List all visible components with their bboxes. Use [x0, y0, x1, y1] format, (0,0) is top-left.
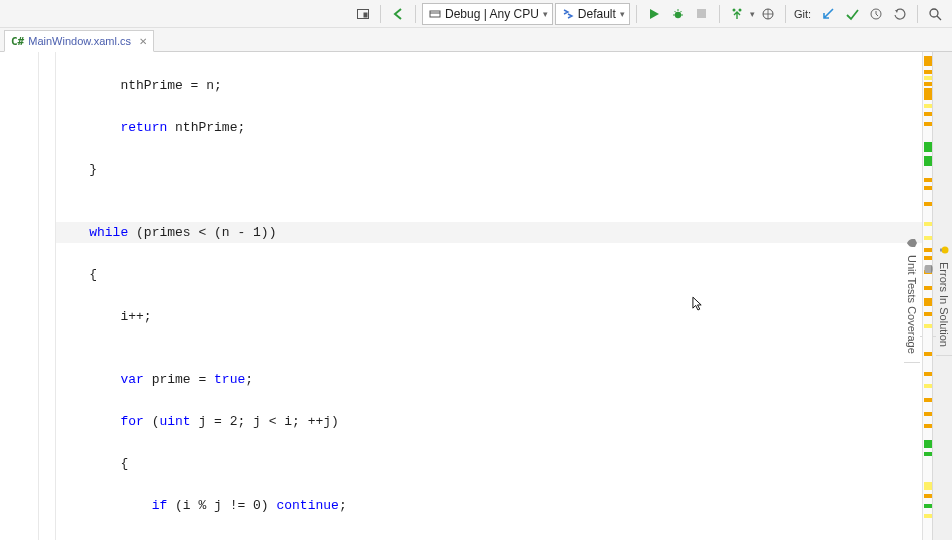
undo-reload-icon[interactable] — [387, 3, 409, 25]
close-icon[interactable]: ✕ — [139, 36, 147, 47]
runner-label: Default — [578, 7, 616, 21]
build-config-combo[interactable]: Debug | Any CPU ▾ — [422, 3, 553, 25]
svg-rect-18 — [940, 249, 942, 252]
build-config-label: Debug | Any CPU — [445, 7, 539, 21]
git-history-icon[interactable] — [865, 3, 887, 25]
svg-rect-1 — [364, 12, 368, 17]
pane-errors-label: Errors In Solution — [938, 262, 950, 347]
svg-line-16 — [937, 16, 941, 20]
toolbar: Debug | Any CPU ▾ Default ▾ ▾ Git: — [0, 0, 952, 28]
svg-point-11 — [732, 8, 735, 11]
svg-rect-10 — [697, 9, 706, 18]
git-revert-icon[interactable] — [889, 3, 911, 25]
svg-point-17 — [942, 247, 949, 254]
run-icon[interactable] — [643, 3, 665, 25]
svg-point-4 — [675, 11, 681, 17]
tab-mainwindow[interactable]: C# MainWindow.xaml.cs ✕ — [4, 30, 154, 52]
separator — [719, 5, 720, 23]
tool-tabs: Errors In Solution Database Unit Tests C… — [932, 52, 952, 540]
csharp-badge: C# — [11, 35, 24, 48]
svg-line-8 — [674, 11, 676, 13]
layout-icon[interactable] — [352, 3, 374, 25]
code-editor[interactable]: nthPrime = n; return nthPrime; } while (… — [56, 52, 922, 540]
build-icon[interactable] — [726, 3, 748, 25]
chevron-down-icon: ▾ — [620, 9, 625, 19]
separator — [636, 5, 637, 23]
tab-filename: MainWindow.xaml.cs — [28, 35, 131, 47]
pane-errors[interactable]: Errors In Solution — [936, 236, 952, 356]
search-icon[interactable] — [924, 3, 946, 25]
git-update-icon[interactable] — [817, 3, 839, 25]
chevron-down-icon[interactable]: ▾ — [750, 9, 755, 19]
separator — [785, 5, 786, 23]
chevron-down-icon: ▾ — [543, 9, 548, 19]
current-line: while (primes < (n - 1)) — [56, 222, 922, 243]
stop-icon[interactable] — [691, 3, 713, 25]
right-rail: Errors In Solution Database Unit Tests C… — [922, 52, 952, 540]
svg-line-9 — [680, 11, 682, 13]
separator — [380, 5, 381, 23]
publish-icon[interactable] — [757, 3, 779, 25]
svg-point-12 — [738, 8, 741, 11]
runner-combo[interactable]: Default ▾ — [555, 3, 630, 25]
separator — [415, 5, 416, 23]
pane-coverage-label: Unit Tests Coverage — [906, 255, 918, 354]
svg-point-15 — [930, 9, 938, 17]
editor-area: nthPrime = n; return nthPrime; } while (… — [0, 52, 922, 540]
git-label: Git: — [792, 8, 815, 20]
shield-icon — [906, 237, 918, 249]
pane-coverage[interactable]: Unit Tests Coverage — [904, 229, 920, 363]
database-icon — [922, 263, 934, 275]
git-commit-icon[interactable] — [841, 3, 863, 25]
svg-rect-2 — [430, 11, 440, 17]
overview-ruler[interactable] — [922, 52, 932, 540]
separator — [917, 5, 918, 23]
lightbulb-icon — [938, 244, 950, 256]
editor-gutter[interactable] — [0, 52, 56, 540]
tab-bar: C# MainWindow.xaml.cs ✕ — [0, 28, 952, 52]
debug-icon[interactable] — [667, 3, 689, 25]
